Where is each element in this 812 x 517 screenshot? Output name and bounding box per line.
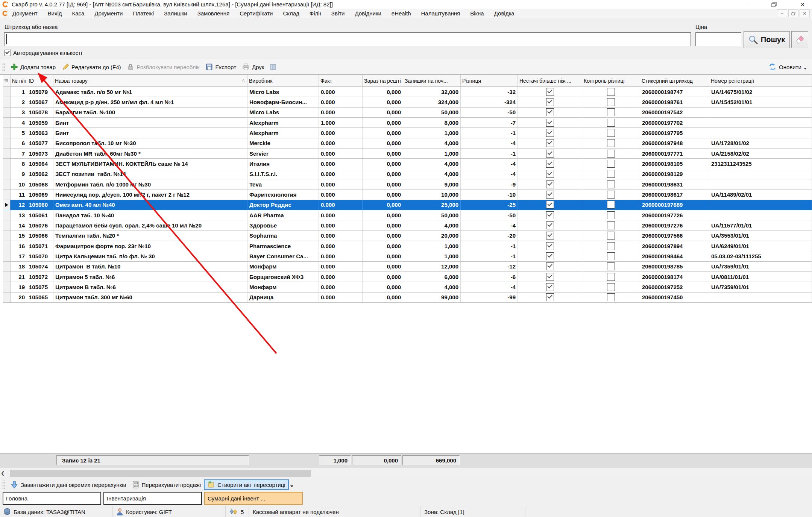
table-row[interactable]: 9105062ЗЕСТ позитив табл. №14S.l.l.T.S.r… [3,169,812,179]
row-marker-cell[interactable] [3,210,11,220]
column-header-4[interactable]: Факт [319,75,363,87]
checkbox-unchecked-icon[interactable] [607,293,615,301]
row-marker-cell[interactable] [3,282,11,292]
checkbox-unchecked-icon[interactable] [607,129,615,137]
mdi-close-icon[interactable]: ✕ [800,9,810,17]
checkbox-unchecked-icon[interactable] [607,119,615,127]
row-marker-cell[interactable] [3,138,11,149]
menu-item-10[interactable]: Звіти [331,10,345,17]
column-header-7[interactable]: Різниця [461,75,518,87]
load-recounts-button[interactable]: Завантажити дані окремих перерахунків [8,479,129,490]
table-row[interactable]: 3105078Баралгин табл. №100Micro Labs0.00… [3,108,812,118]
row-marker-cell[interactable] [3,220,11,230]
row-marker-cell[interactable] [3,262,11,272]
table-row[interactable]: 8105064ЗЕСТ МУЛЬТИВИТАМИН. КОКТЕЙЛЬ саше… [3,159,812,169]
create-act-dropdown-icon[interactable] [290,485,293,487]
checkbox-unchecked-icon[interactable] [607,108,615,116]
checkbox-unchecked-icon[interactable] [607,201,615,209]
menu-item-15[interactable]: Довідка [494,10,515,17]
row-marker-cell[interactable] [3,118,11,128]
table-row[interactable]: 15105066Темпалгин табл. №20 *Sopharma0.0… [3,231,812,241]
checkbox-checked-icon[interactable] [546,150,554,158]
toolbar-grip[interactable] [2,62,5,71]
checkbox-checked-icon[interactable] [546,180,554,188]
row-marker-cell[interactable] [3,97,11,107]
table-row[interactable]: 17105070Цитра Кальцемин таб. п/о фл. № 3… [3,251,812,261]
column-header-0[interactable]: № п/п [11,75,27,87]
row-marker-cell[interactable] [3,200,11,210]
table-row[interactable]: 7105073Диабетон MR табл. 60мг №30 *Servi… [3,149,812,159]
checkbox-checked-icon[interactable] [546,273,554,281]
table-row[interactable]: 6105077Бисопролол табл. 10 мг №30Merckle… [3,138,812,149]
scroll-left-icon[interactable]: ❮ [1,470,5,476]
menu-item-6[interactable]: Замовлення [197,10,229,17]
table-row[interactable]: 5105063БинтAlexpharm0.0000,0001,000-1206… [3,128,812,138]
menu-item-1[interactable]: Вихід [48,10,62,17]
column-header-1[interactable]: ID [27,75,53,87]
checkbox-checked-icon[interactable] [546,232,554,240]
columns-icon[interactable] [269,63,277,71]
checkbox-checked-icon[interactable] [546,293,554,301]
row-marker-cell[interactable] [3,87,11,97]
row-marker-cell[interactable] [3,159,11,169]
row-marker-cell[interactable] [3,241,11,251]
search-button[interactable]: Пошук [744,31,790,48]
column-header-5[interactable]: Зараз на решті [363,75,403,87]
column-header-11[interactable]: Номер регістрації [709,75,812,87]
edit-item-button[interactable]: Редагувати до (F4) [59,62,124,72]
checkbox-checked-icon[interactable] [546,221,554,229]
menu-item-3[interactable]: Документи [94,10,123,17]
menu-item-11[interactable]: Довідники [355,10,381,17]
checkbox-unchecked-icon[interactable] [607,242,615,250]
menu-item-0[interactable]: Документ [12,10,38,17]
table-row[interactable]: 18105074Цитрамон В табл. №10Монфарм0.000… [3,262,812,272]
checkbox-checked-icon[interactable] [546,170,554,178]
row-marker-cell[interactable] [3,251,11,261]
table-row[interactable]: 11105069Нимесулид пор. д/сусп. 100 мг/2 … [3,190,812,200]
column-header-9[interactable]: Контроль різниці [582,75,640,87]
row-marker-cell[interactable] [3,128,11,138]
row-marker-cell[interactable] [3,108,11,118]
checkbox-unchecked-icon[interactable] [607,180,615,188]
tab-1[interactable]: Інвентаризація [103,492,202,505]
table-row[interactable]: 13105061Панадол таб. 10 №40AAR Pharma0.0… [3,210,812,220]
checkbox-unchecked-icon[interactable] [607,191,615,199]
clear-button[interactable] [791,31,808,48]
table-row[interactable]: 20105065Цитрамон табл. 300 мг №60Дарница… [3,293,812,303]
checkbox-checked-icon[interactable] [546,191,554,199]
column-header-8[interactable]: Нестачі більше ніж ... [518,75,582,87]
mdi-minimize-icon[interactable]: – [777,9,787,17]
checkbox-unchecked-icon[interactable] [607,139,615,147]
autoedit-checkbox[interactable]: Авторедагування кількості [5,50,82,56]
menu-item-8[interactable]: Склад [283,10,299,17]
checkbox-checked-icon[interactable] [546,119,554,127]
refresh-dropdown-icon[interactable] [804,68,807,70]
row-marker-cell[interactable] [3,179,11,190]
refresh-button[interactable]: Оновити [768,63,807,71]
checkbox-checked-icon[interactable] [546,201,554,209]
checkbox-unchecked-icon[interactable] [607,273,615,281]
checkbox-unchecked-icon[interactable] [607,160,615,168]
table-row[interactable]: 14105076Парацетамол беби сусп. орал. 2,4… [3,220,812,230]
bottom-toolbar-grip[interactable] [2,480,5,489]
row-marker-cell[interactable] [3,293,11,303]
scrollbar-thumb[interactable] [10,470,311,477]
create-act-button[interactable]: Створити акт пересортиці [204,479,288,490]
table-row[interactable]: 2105067Амикацид р-р д/ин. 250 мг/мл фл. … [3,97,812,107]
row-marker-cell[interactable] [3,149,11,159]
table-row[interactable]: 1105079Адамакс табл. п/о 50 мг №1Micro L… [3,87,812,97]
export-button[interactable]: Експорт [202,62,239,72]
checkbox-unchecked-icon[interactable] [607,232,615,240]
row-marker-cell[interactable] [3,190,11,200]
checkbox-unchecked-icon[interactable] [607,252,615,260]
row-marker-cell[interactable] [3,169,11,179]
checkbox-checked-icon[interactable] [546,262,554,270]
print-button[interactable]: Друк [239,62,267,72]
checkbox-unchecked-icon[interactable] [607,221,615,229]
menu-item-2[interactable]: Каса [72,10,85,17]
table-row[interactable]: 16105071Фармацитрон форте пор. 23г №10Ph… [3,241,812,251]
table-row[interactable]: 4105059БинтAlexpharm1.0000,0008,000-7206… [3,118,812,128]
header-corner-cell[interactable] [3,75,11,87]
checkbox-unchecked-icon[interactable] [607,170,615,178]
checkbox-unchecked-icon[interactable] [607,88,615,96]
